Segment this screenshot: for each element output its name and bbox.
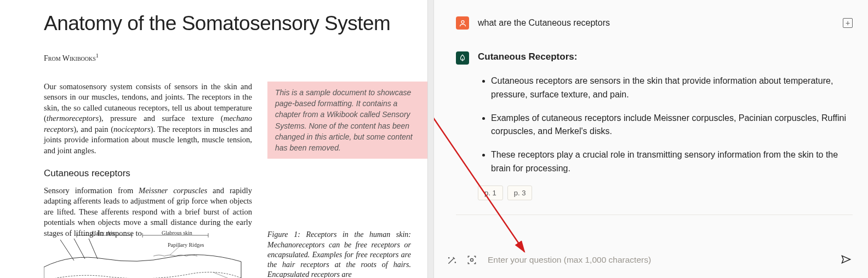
ref-chip-p1[interactable]: p. 1 xyxy=(478,186,503,200)
ai-avatar-icon xyxy=(456,51,469,65)
ai-bullet-item: These receptors play a crucial role in t… xyxy=(491,148,853,176)
page-references: p. 1 p. 3 xyxy=(478,186,853,200)
skin-diagram-svg xyxy=(44,229,252,278)
document-pane: Anatomy of the Somatosensory System From… xyxy=(0,0,427,278)
figure-caption: Figure 1: Receptors in the human skin: M… xyxy=(267,230,411,278)
label-hairy-skin: Hairy skin xyxy=(92,230,115,236)
send-icon[interactable] xyxy=(841,254,853,266)
sample-note-callout: This is a sample document to showcase pa… xyxy=(267,82,427,159)
source-initial: F xyxy=(44,54,48,62)
chat-input-bar xyxy=(434,243,868,278)
ref-chip-p3[interactable]: p. 3 xyxy=(507,186,533,200)
paragraph-intro: Our somatosensory system consists of sen… xyxy=(44,82,252,157)
svg-line-6 xyxy=(60,240,74,260)
pane-divider[interactable] xyxy=(427,0,434,278)
source-rest: rom Wikibooks xyxy=(48,54,96,62)
svg-line-7 xyxy=(74,239,85,259)
expand-icon[interactable]: + xyxy=(843,18,853,28)
document-source: From Wikibooks1 xyxy=(44,53,411,63)
ai-bullet-item: Examples of cutaneous receptors include … xyxy=(491,112,853,139)
section-heading-cutaneous: Cutaneous receptors xyxy=(44,167,252,180)
ai-response-heading: Cutaneous Receptors: xyxy=(478,51,853,62)
svg-point-12 xyxy=(461,20,464,23)
chat-pane: what are the Cutaneous receptors + Cutan… xyxy=(434,0,868,278)
label-glabrous-skin: Glabrous skin xyxy=(162,230,192,236)
ai-message-row: Cutaneous Receptors: Cutaneous receptors… xyxy=(456,51,853,200)
magic-wand-icon[interactable] xyxy=(446,254,458,266)
svg-point-14 xyxy=(471,259,473,262)
ai-bullet-item: Cutaneous receptors are sensors in the s… xyxy=(491,74,853,102)
skin-diagram: Hairy skin Glabrous skin Papillary Ridge… xyxy=(44,229,252,278)
user-message-row: what are the Cutaneous receptors + xyxy=(456,16,853,30)
ai-bullet-list: Cutaneous receptors are sensors in the s… xyxy=(478,74,853,176)
footnote-marker: 1 xyxy=(96,53,99,59)
ai-response-content: Cutaneous Receptors: Cutaneous receptors… xyxy=(478,51,853,200)
user-question-text: what are the Cutaneous receptors xyxy=(478,18,834,28)
svg-line-8 xyxy=(89,239,98,259)
app-root: Anatomy of the Somatosensory System From… xyxy=(0,0,868,278)
chat-separator xyxy=(456,215,853,215)
label-papillary: Papillary Ridges xyxy=(168,242,204,248)
document-title: Anatomy of the Somatosensory System xyxy=(44,12,411,35)
user-avatar-icon xyxy=(456,16,469,30)
question-input[interactable] xyxy=(486,251,833,269)
scan-icon[interactable] xyxy=(466,254,478,266)
chat-scroll: what are the Cutaneous receptors + Cutan… xyxy=(434,0,868,243)
right-column: This is a sample document to showcase pa… xyxy=(267,82,411,278)
